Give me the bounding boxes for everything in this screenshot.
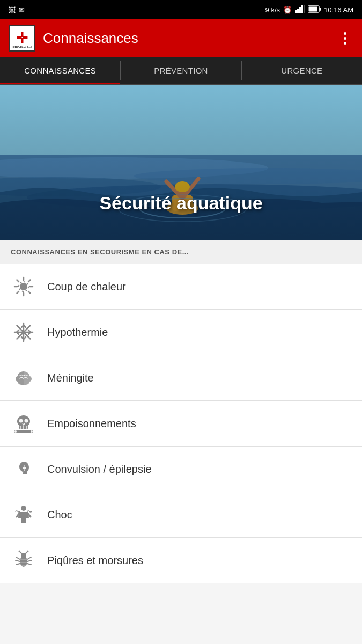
list-item[interactable]: Méningite xyxy=(0,355,362,401)
battery-icon xyxy=(308,5,321,14)
overflow-menu-button[interactable] xyxy=(336,30,353,47)
sun-icon xyxy=(11,274,36,299)
app-title: Connaissances xyxy=(43,30,329,47)
svg-rect-1 xyxy=(297,9,299,13)
svg-rect-2 xyxy=(299,7,301,13)
svg-rect-0 xyxy=(295,10,297,13)
list-item-label: Convulsion / épilepsie xyxy=(47,463,152,475)
photo-icon: 🖼 xyxy=(9,6,16,14)
list-item-label: Choc xyxy=(47,509,72,521)
tab-prevention[interactable]: Prévention xyxy=(121,57,241,84)
svg-line-70 xyxy=(27,560,32,561)
menu-dot-3 xyxy=(344,42,346,45)
svg-line-30 xyxy=(17,291,19,294)
svg-point-64 xyxy=(19,551,20,552)
svg-point-56 xyxy=(31,430,33,433)
svg-line-68 xyxy=(16,564,20,565)
logo-subtitle: RRC-First Aid xyxy=(12,46,31,49)
tab-prevention-label: Prévention xyxy=(154,66,208,75)
svg-rect-6 xyxy=(309,6,317,11)
signal-icon xyxy=(295,5,305,15)
svg-point-65 xyxy=(27,551,29,552)
list-item[interactable]: Hypothermie xyxy=(0,310,362,355)
skull-icon xyxy=(11,411,36,436)
status-bar-left: 🖼 ✉ xyxy=(9,6,25,14)
svg-point-44 xyxy=(22,331,25,334)
menu-dot-1 xyxy=(344,32,346,35)
svg-point-57 xyxy=(21,506,26,511)
section-header-text: CONNAISSANCES EN SECOURISME EN CAS DE... xyxy=(11,248,189,256)
brain-icon xyxy=(11,365,36,391)
list-item-label: Hypothermie xyxy=(47,326,108,339)
tab-bar: Connaissances Prévention Urgence xyxy=(0,57,362,85)
list-item[interactable]: Piqûres et morsures xyxy=(0,538,362,583)
tab-connaissances[interactable]: Connaissances xyxy=(0,57,120,84)
alarm-icon: ✉ xyxy=(19,6,25,14)
list-item[interactable]: Convulsion / épilepsie xyxy=(0,447,362,492)
bug-icon xyxy=(11,547,36,573)
svg-point-22 xyxy=(20,283,27,290)
svg-rect-3 xyxy=(301,5,303,13)
logo-cross: ✛ xyxy=(16,31,28,45)
status-bar: 🖼 ✉ 9 k/s ⏰ 10:16 AM xyxy=(0,0,362,19)
person-distress-icon xyxy=(11,502,36,528)
svg-point-47 xyxy=(19,419,23,423)
svg-line-71 xyxy=(27,564,31,565)
tab-urgence[interactable]: Urgence xyxy=(242,57,362,84)
speed-indicator: 9 k/s xyxy=(265,6,280,14)
hero-title: Sécurité aquatique xyxy=(0,193,362,214)
snowflake-icon xyxy=(11,319,36,345)
svg-line-28 xyxy=(28,291,31,294)
list-item[interactable]: Choc xyxy=(0,492,362,538)
svg-line-69 xyxy=(27,557,31,559)
svg-line-27 xyxy=(17,280,19,282)
list-item[interactable]: Empoisonnements xyxy=(0,401,362,447)
hero-section: Sécurité aquatique xyxy=(0,85,362,240)
list-item-label: Coup de chaleur xyxy=(47,281,126,293)
section-header: CONNAISSANCES EN SECOURISME EN CAS DE... xyxy=(0,240,362,264)
svg-rect-4 xyxy=(304,5,305,13)
alarm-clock-icon: ⏰ xyxy=(283,6,292,14)
knowledge-list: Coup de chaleur xyxy=(0,264,362,583)
svg-point-48 xyxy=(25,419,28,423)
status-bar-right: 9 k/s ⏰ 10:16 AM xyxy=(265,5,353,15)
svg-point-55 xyxy=(14,430,17,433)
list-item[interactable]: Coup de chaleur xyxy=(0,264,362,310)
hero-overlay xyxy=(0,85,362,240)
time-display: 10:16 AM xyxy=(324,6,353,14)
app-logo: ✛ RRC-First Aid xyxy=(9,25,35,52)
head-lightning-icon xyxy=(11,456,36,482)
svg-line-29 xyxy=(28,280,31,282)
svg-rect-7 xyxy=(320,8,321,11)
svg-line-66 xyxy=(16,557,20,559)
list-item-label: Empoisonnements xyxy=(47,418,136,430)
tab-connaissances-label: Connaissances xyxy=(24,66,96,75)
list-item-label: Méningite xyxy=(47,372,94,384)
tab-urgence-label: Urgence xyxy=(281,66,322,75)
svg-line-67 xyxy=(16,560,20,561)
app-bar: ✛ RRC-First Aid Connaissances xyxy=(0,19,362,57)
menu-dot-2 xyxy=(344,37,346,40)
list-item-label: Piqûres et morsures xyxy=(47,554,143,567)
